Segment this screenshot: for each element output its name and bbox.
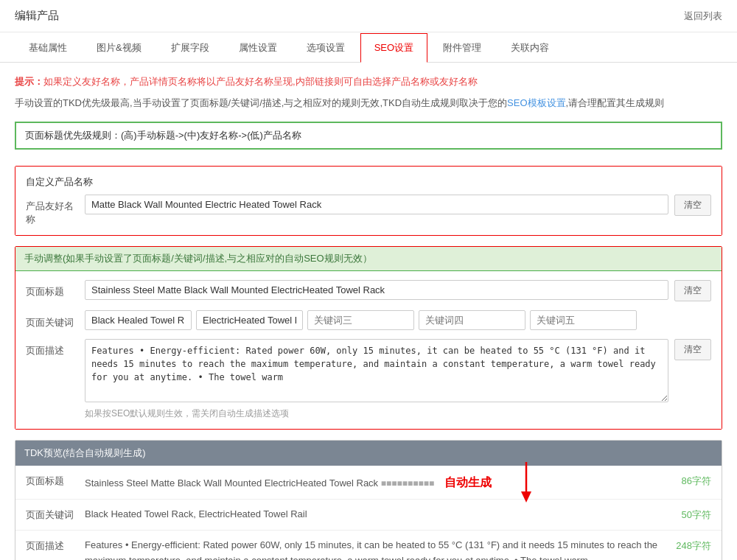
priority-rule-box: 页面标题优先级规则：(高)手动标题->(中)友好名称->(低)产品名称 (15, 122, 722, 150)
manual-section-header: 手动调整(如果手动设置了页面标题/关键词/描述,与之相应对的自动SEO规则无效） (15, 247, 722, 271)
tdk-keywords-value: Black Heated Towel Rack, ElectricHeated … (85, 507, 674, 522)
tdk-keywords-row: 页面关键词 Black Heated Towel Rack, ElectricH… (15, 500, 722, 531)
tip-content: 如果定义友好名称，产品详情页名称将以产品友好名称呈现,内部链接则可自由选择产品名… (43, 76, 478, 87)
page-title: 编辑产品 (15, 9, 59, 23)
tdk-preview-header: TDK预览(结合自动规则生成) (15, 441, 722, 466)
keyword-2-input[interactable] (196, 310, 303, 330)
custom-section: 自定义产品名称 产品友好名称 清空 (15, 166, 722, 236)
tdk-title-count: 86字符 (674, 473, 711, 488)
tab-related[interactable]: 关联内容 (497, 33, 563, 63)
auto-generate-label: 自动生成 (444, 476, 492, 489)
seo-template-link[interactable]: SEO模板设置 (507, 97, 565, 108)
description-clear-btn[interactable]: 清空 (674, 339, 711, 360)
info-text-1: 手动设置的TKD优先级最高,当手动设置了页面标题/关键词/描述,与之相应对的规则… (15, 97, 507, 108)
tdk-description-row: 页面描述 Features • Energy-efficient: Rated … (15, 531, 722, 560)
tdk-description-count: 248字符 (668, 538, 711, 553)
tab-basic[interactable]: 基础属性 (15, 33, 81, 63)
keywords-label: 页面关键词 (26, 311, 85, 329)
tdk-title-row: 页面标题 Stainless Steel Matte Black Wall Mo… (15, 466, 722, 500)
page-title-row: 页面标题 清空 (26, 280, 711, 301)
keyword-4-input[interactable] (419, 310, 525, 330)
description-row: 页面描述 Features • Energy-efficient: Rated … (26, 339, 711, 420)
friendly-name-input[interactable] (85, 195, 668, 214)
tab-media[interactable]: 图片&视频 (83, 33, 156, 63)
custom-section-title: 自定义产品名称 (26, 175, 711, 189)
keyword-3-input[interactable] (307, 310, 414, 330)
keyword-5-input[interactable] (530, 310, 637, 330)
friendly-name-label: 产品友好名称 (26, 195, 85, 226)
page-title-clear-btn[interactable]: 清空 (674, 280, 711, 301)
tab-attachments[interactable]: 附件管理 (429, 33, 495, 63)
tdk-preview-section: TDK预览(结合自动规则生成) 页面标题 Stainless Steel Mat… (15, 440, 722, 560)
keywords-row: 页面关键词 (26, 310, 711, 330)
page-title-label: 页面标题 (26, 280, 85, 298)
back-link[interactable]: 返回列表 (684, 10, 722, 23)
tab-attributes[interactable]: 属性设置 (225, 33, 291, 63)
friendly-name-clear-btn[interactable]: 清空 (674, 195, 711, 216)
tdk-description-value: Features • Energy-efficient: Rated power… (85, 538, 668, 560)
page-title-input[interactable] (85, 280, 668, 300)
tab-options[interactable]: 选项设置 (293, 33, 359, 63)
description-textarea[interactable]: Features • Energy-efficient: Rated power… (85, 339, 668, 402)
tdk-keywords-label: 页面关键词 (26, 507, 85, 522)
info-text-2: ,请合理配置其生成规则 (566, 97, 665, 108)
description-hint: 如果按SEO默认规则生效，需关闭自动生成描述选项 (85, 407, 668, 420)
tabs-bar: 基础属性 图片&视频 扩展字段 属性设置 选项设置 SEO设置 附件管理 关联内… (0, 32, 737, 63)
info-text: 手动设置的TKD优先级最高,当手动设置了页面标题/关键词/描述,与之相应对的规则… (15, 96, 722, 111)
manual-section: 手动调整(如果手动设置了页面标题/关键词/描述,与之相应对的自动SEO规则无效）… (15, 246, 722, 430)
keyword-1-input[interactable] (85, 310, 192, 330)
description-label: 页面描述 (26, 339, 85, 357)
tdk-title-label: 页面标题 (26, 473, 85, 488)
tdk-title-masked: ■■■■■■■■■■ (381, 478, 434, 489)
tdk-title-value: Stainless Steel Matte Black Wall Mounted… (85, 473, 674, 492)
friendly-name-row: 产品友好名称 清空 (26, 195, 711, 226)
tip-label: 提示： (15, 76, 43, 87)
tab-extended[interactable]: 扩展字段 (157, 33, 223, 63)
tdk-keywords-count: 50字符 (674, 507, 711, 522)
tdk-description-label: 页面描述 (26, 538, 85, 553)
priority-rule-text: 页面标题优先级规则：(高)手动标题->(中)友好名称->(低)产品名称 (25, 130, 301, 141)
tab-seo[interactable]: SEO设置 (360, 33, 427, 63)
tip-text: 提示：如果定义友好名称，产品详情页名称将以产品友好名称呈现,内部链接则可自由选择… (15, 74, 722, 90)
